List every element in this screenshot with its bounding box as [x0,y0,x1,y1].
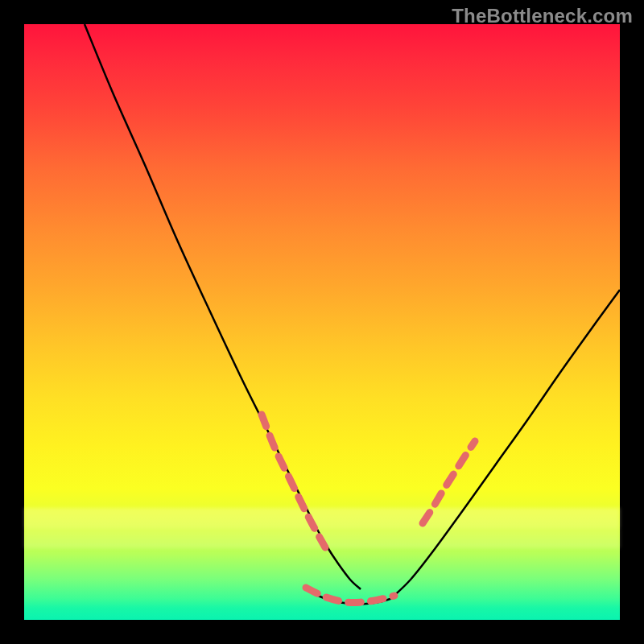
dash-valley [306,588,394,603]
chart-svg [24,24,620,620]
dash-right-limb [423,441,475,523]
chart-stage: TheBottleneck.com [0,0,644,644]
curve-right-limb [390,290,620,599]
dash-left-limb [262,415,325,547]
chart-plot-area [24,24,620,620]
curve-left-limb [85,24,361,589]
